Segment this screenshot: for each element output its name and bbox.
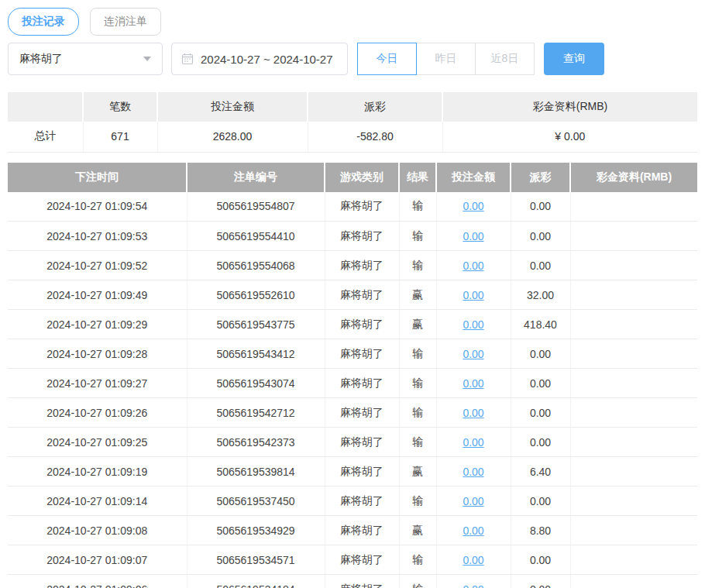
tab-betting-records[interactable]: 投注记录 (8, 8, 79, 36)
bet-amount-link[interactable]: 0.00 (463, 230, 483, 242)
result-cell: 输 (399, 339, 436, 369)
result-cell: 输 (399, 398, 436, 428)
table-row: 2024-10-27 01:09:07 5065619534571 麻将胡了 输… (8, 545, 697, 575)
bonus-cell (570, 516, 697, 545)
bet-amount-link[interactable]: 0.00 (463, 524, 483, 537)
result-cell: 输 (399, 487, 436, 516)
table-row: 2024-10-27 01:09:49 5065619552610 麻将胡了 赢… (8, 280, 697, 310)
bet-amount-link[interactable]: 0.00 (463, 377, 483, 390)
game-type-cell: 麻将胡了 (325, 222, 399, 251)
game-type-cell: 麻将胡了 (325, 192, 399, 222)
search-button[interactable]: 查询 (544, 43, 604, 75)
bet-amount-cell: 0.00 (436, 280, 511, 310)
bet-amount-link[interactable]: 0.00 (463, 583, 483, 588)
game-type-cell: 麻将胡了 (325, 457, 399, 487)
bet-amount-link[interactable]: 0.00 (463, 289, 483, 301)
game-type-cell: 麻将胡了 (325, 251, 399, 280)
bet-amount-link[interactable]: 0.00 (463, 436, 483, 449)
last-8-days-button[interactable]: 近8日 (475, 43, 535, 75)
game-type-cell: 麻将胡了 (325, 575, 399, 588)
payout-cell: 0.00 (511, 222, 570, 251)
bet-id-cell: 5065619554410 (187, 222, 325, 251)
result-cell: 输 (399, 222, 436, 251)
bet-amount-link[interactable]: 0.00 (463, 466, 483, 478)
summary-header-row: 笔数 投注金额 派彩 彩金资料(RMB) (8, 92, 697, 122)
bet-id-cell: 5065619542712 (187, 398, 325, 428)
bet-amount-cell: 0.00 (436, 339, 511, 369)
bet-amount-link[interactable]: 0.00 (463, 495, 483, 507)
bet-time-cell: 2024-10-27 01:09:49 (8, 280, 187, 310)
payout-cell: 0.00 (511, 487, 570, 516)
bet-amount-link[interactable]: 0.00 (463, 407, 483, 419)
bet-id-cell: 5065619543412 (187, 339, 325, 369)
payout-cell: 0.00 (511, 339, 570, 369)
table-row: 2024-10-27 01:09:52 5065619554068 麻将胡了 输… (8, 251, 697, 280)
result-cell: 输 (399, 369, 436, 398)
yesterday-button[interactable]: 昨日 (416, 43, 476, 75)
bet-id-cell: 5065619552610 (187, 280, 325, 310)
game-type-cell: 麻将胡了 (325, 428, 399, 457)
game-type-cell: 麻将胡了 (325, 369, 399, 398)
header-bet-time: 下注时间 (8, 163, 187, 192)
header-game-type: 游戏类别 (325, 163, 399, 192)
bet-id-cell: 5065619537450 (187, 487, 325, 516)
table-row: 2024-10-27 01:09:28 5065619543412 麻将胡了 输… (8, 339, 697, 369)
record-type-tabs: 投注记录 连消注单 (8, 8, 697, 36)
bonus-cell (570, 575, 697, 588)
bonus-cell (570, 192, 697, 222)
bonus-cell (570, 280, 697, 310)
bonus-cell (570, 222, 697, 251)
game-type-cell: 麻将胡了 (325, 398, 399, 428)
result-cell: 赢 (399, 457, 436, 487)
date-range-input[interactable]: 2024-10-27 ~ 2024-10-27 (171, 43, 348, 75)
table-row: 2024-10-27 01:09:53 5065619554410 麻将胡了 输… (8, 222, 697, 251)
bet-amount-cell: 0.00 (436, 575, 511, 588)
result-cell: 输 (399, 192, 436, 222)
bet-amount-link[interactable]: 0.00 (463, 200, 483, 212)
payout-cell: 0.00 (511, 369, 570, 398)
summary-header-bet-amount: 投注金额 (157, 92, 308, 122)
bet-time-cell: 2024-10-27 01:09:29 (8, 310, 187, 339)
payout-cell: 0.00 (511, 192, 570, 222)
summary-total-bet-amount: 2628.00 (157, 122, 308, 152)
summary-total-payout: -582.80 (308, 122, 442, 152)
bet-amount-link[interactable]: 0.00 (463, 554, 483, 566)
table-row: 2024-10-27 01:09:25 5065619542373 麻将胡了 输… (8, 428, 697, 457)
bet-time-cell: 2024-10-27 01:09:08 (8, 516, 187, 545)
payout-cell: 0.00 (511, 575, 570, 588)
bet-table-header-row: 下注时间 注单编号 游戏类别 结果 投注金额 派彩 彩金资料(RMB) (8, 163, 697, 192)
bet-amount-link[interactable]: 0.00 (463, 318, 483, 331)
game-select[interactable]: 麻将胡了 (8, 43, 163, 75)
bet-time-cell: 2024-10-27 01:09:26 (8, 398, 187, 428)
bonus-cell (570, 251, 697, 280)
bet-time-cell: 2024-10-27 01:09:27 (8, 369, 187, 398)
game-type-cell: 麻将胡了 (325, 516, 399, 545)
summary-table: 笔数 投注金额 派彩 彩金资料(RMB) 总计 671 2628.00 -582… (8, 92, 697, 153)
bet-records-table: 下注时间 注单编号 游戏类别 结果 投注金额 派彩 彩金资料(RMB) 2024… (8, 163, 697, 588)
today-button[interactable]: 今日 (357, 43, 417, 75)
payout-cell: 8.80 (511, 516, 570, 545)
bonus-cell (570, 339, 697, 369)
tab-cancelled-bets[interactable]: 连消注单 (90, 8, 161, 36)
game-type-cell: 麻将胡了 (325, 339, 399, 369)
table-row: 2024-10-27 01:09:08 5065619534929 麻将胡了 赢… (8, 516, 697, 545)
bet-id-cell: 5065619542373 (187, 428, 325, 457)
bet-amount-link[interactable]: 0.00 (463, 260, 483, 272)
result-cell: 赢 (399, 516, 436, 545)
game-type-cell: 麻将胡了 (325, 280, 399, 310)
bonus-cell (570, 428, 697, 457)
bet-id-cell: 5065619539814 (187, 457, 325, 487)
bet-id-cell: 5065619534571 (187, 545, 325, 575)
bet-time-cell: 2024-10-27 01:09:28 (8, 339, 187, 369)
bet-amount-cell: 0.00 (436, 222, 511, 251)
summary-total-count: 671 (83, 122, 157, 152)
bet-amount-cell: 0.00 (436, 251, 511, 280)
summary-header-count: 笔数 (83, 92, 157, 122)
calendar-icon (181, 53, 194, 65)
bet-amount-cell: 0.00 (436, 398, 511, 428)
filter-bar: 麻将胡了 2024-10-27 ~ 2024-10-27 今日 昨日 近8日 查… (8, 43, 697, 75)
bet-amount-link[interactable]: 0.00 (463, 348, 483, 360)
bet-amount-cell: 0.00 (436, 516, 511, 545)
table-row: 2024-10-27 01:09:54 5065619554807 麻将胡了 输… (8, 192, 697, 222)
betting-records-page: 投注记录 连消注单 麻将胡了 2024-10-27 ~ 2024-10-27 今… (0, 0, 705, 588)
